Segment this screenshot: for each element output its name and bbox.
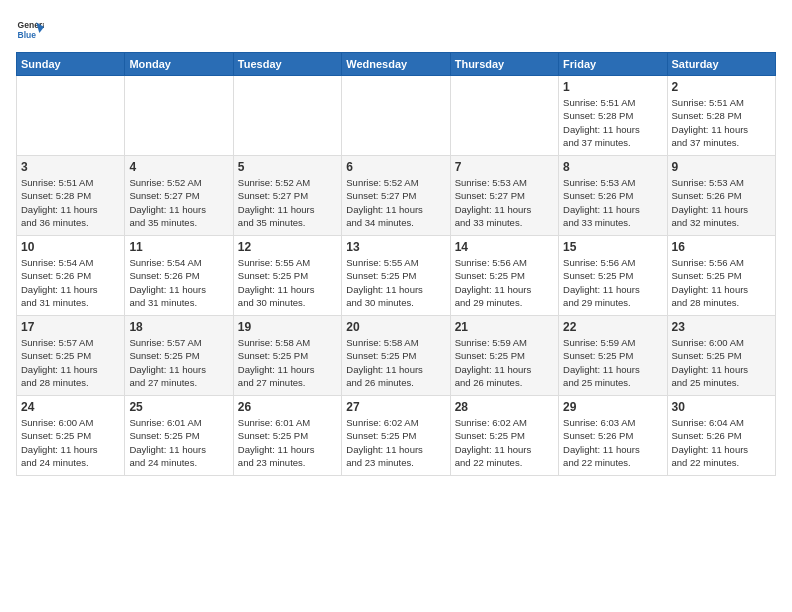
- calendar-cell: 19Sunrise: 5:58 AM Sunset: 5:25 PM Dayli…: [233, 316, 341, 396]
- day-number: 27: [346, 400, 445, 414]
- day-info: Sunrise: 5:54 AM Sunset: 5:26 PM Dayligh…: [21, 256, 120, 309]
- calendar-cell: 24Sunrise: 6:00 AM Sunset: 5:25 PM Dayli…: [17, 396, 125, 476]
- day-number: 3: [21, 160, 120, 174]
- calendar-cell: 3Sunrise: 5:51 AM Sunset: 5:28 PM Daylig…: [17, 156, 125, 236]
- day-info: Sunrise: 6:02 AM Sunset: 5:25 PM Dayligh…: [346, 416, 445, 469]
- weekday-header: Friday: [559, 53, 667, 76]
- calendar-cell: 23Sunrise: 6:00 AM Sunset: 5:25 PM Dayli…: [667, 316, 775, 396]
- calendar-cell: 20Sunrise: 5:58 AM Sunset: 5:25 PM Dayli…: [342, 316, 450, 396]
- calendar-week-row: 17Sunrise: 5:57 AM Sunset: 5:25 PM Dayli…: [17, 316, 776, 396]
- day-info: Sunrise: 5:59 AM Sunset: 5:25 PM Dayligh…: [455, 336, 554, 389]
- logo: General Blue: [16, 16, 44, 44]
- calendar-cell: 11Sunrise: 5:54 AM Sunset: 5:26 PM Dayli…: [125, 236, 233, 316]
- day-info: Sunrise: 6:00 AM Sunset: 5:25 PM Dayligh…: [21, 416, 120, 469]
- calendar-week-row: 24Sunrise: 6:00 AM Sunset: 5:25 PM Dayli…: [17, 396, 776, 476]
- calendar-cell: 27Sunrise: 6:02 AM Sunset: 5:25 PM Dayli…: [342, 396, 450, 476]
- weekday-header: Saturday: [667, 53, 775, 76]
- day-number: 21: [455, 320, 554, 334]
- day-number: 11: [129, 240, 228, 254]
- day-info: Sunrise: 5:52 AM Sunset: 5:27 PM Dayligh…: [346, 176, 445, 229]
- calendar-cell: 25Sunrise: 6:01 AM Sunset: 5:25 PM Dayli…: [125, 396, 233, 476]
- calendar-cell: 15Sunrise: 5:56 AM Sunset: 5:25 PM Dayli…: [559, 236, 667, 316]
- calendar-header: SundayMondayTuesdayWednesdayThursdayFrid…: [17, 53, 776, 76]
- day-info: Sunrise: 5:52 AM Sunset: 5:27 PM Dayligh…: [129, 176, 228, 229]
- calendar-cell: 4Sunrise: 5:52 AM Sunset: 5:27 PM Daylig…: [125, 156, 233, 236]
- calendar-table: SundayMondayTuesdayWednesdayThursdayFrid…: [16, 52, 776, 476]
- day-info: Sunrise: 6:04 AM Sunset: 5:26 PM Dayligh…: [672, 416, 771, 469]
- calendar-cell: 12Sunrise: 5:55 AM Sunset: 5:25 PM Dayli…: [233, 236, 341, 316]
- day-info: Sunrise: 5:58 AM Sunset: 5:25 PM Dayligh…: [346, 336, 445, 389]
- day-number: 2: [672, 80, 771, 94]
- day-number: 5: [238, 160, 337, 174]
- day-number: 25: [129, 400, 228, 414]
- calendar-cell: 14Sunrise: 5:56 AM Sunset: 5:25 PM Dayli…: [450, 236, 558, 316]
- day-info: Sunrise: 5:51 AM Sunset: 5:28 PM Dayligh…: [563, 96, 662, 149]
- day-info: Sunrise: 5:56 AM Sunset: 5:25 PM Dayligh…: [455, 256, 554, 309]
- day-info: Sunrise: 5:57 AM Sunset: 5:25 PM Dayligh…: [129, 336, 228, 389]
- calendar-cell: 2Sunrise: 5:51 AM Sunset: 5:28 PM Daylig…: [667, 76, 775, 156]
- day-number: 1: [563, 80, 662, 94]
- day-number: 4: [129, 160, 228, 174]
- day-info: Sunrise: 5:58 AM Sunset: 5:25 PM Dayligh…: [238, 336, 337, 389]
- weekday-header: Monday: [125, 53, 233, 76]
- day-number: 23: [672, 320, 771, 334]
- calendar-cell: 7Sunrise: 5:53 AM Sunset: 5:27 PM Daylig…: [450, 156, 558, 236]
- calendar-week-row: 10Sunrise: 5:54 AM Sunset: 5:26 PM Dayli…: [17, 236, 776, 316]
- calendar-cell: 6Sunrise: 5:52 AM Sunset: 5:27 PM Daylig…: [342, 156, 450, 236]
- day-number: 13: [346, 240, 445, 254]
- day-info: Sunrise: 6:03 AM Sunset: 5:26 PM Dayligh…: [563, 416, 662, 469]
- day-number: 19: [238, 320, 337, 334]
- day-info: Sunrise: 5:53 AM Sunset: 5:27 PM Dayligh…: [455, 176, 554, 229]
- day-number: 8: [563, 160, 662, 174]
- day-number: 28: [455, 400, 554, 414]
- calendar-cell: [450, 76, 558, 156]
- svg-text:Blue: Blue: [18, 30, 37, 40]
- day-info: Sunrise: 5:55 AM Sunset: 5:25 PM Dayligh…: [238, 256, 337, 309]
- day-info: Sunrise: 5:51 AM Sunset: 5:28 PM Dayligh…: [672, 96, 771, 149]
- logo-icon: General Blue: [16, 16, 44, 44]
- page-header: General Blue: [16, 16, 776, 44]
- calendar-cell: 29Sunrise: 6:03 AM Sunset: 5:26 PM Dayli…: [559, 396, 667, 476]
- day-info: Sunrise: 5:52 AM Sunset: 5:27 PM Dayligh…: [238, 176, 337, 229]
- day-info: Sunrise: 5:59 AM Sunset: 5:25 PM Dayligh…: [563, 336, 662, 389]
- calendar-cell: 17Sunrise: 5:57 AM Sunset: 5:25 PM Dayli…: [17, 316, 125, 396]
- calendar-cell: [125, 76, 233, 156]
- weekday-header: Thursday: [450, 53, 558, 76]
- calendar-cell: 22Sunrise: 5:59 AM Sunset: 5:25 PM Dayli…: [559, 316, 667, 396]
- day-number: 16: [672, 240, 771, 254]
- calendar-cell: 28Sunrise: 6:02 AM Sunset: 5:25 PM Dayli…: [450, 396, 558, 476]
- day-info: Sunrise: 5:54 AM Sunset: 5:26 PM Dayligh…: [129, 256, 228, 309]
- day-number: 10: [21, 240, 120, 254]
- weekday-header: Wednesday: [342, 53, 450, 76]
- day-info: Sunrise: 5:56 AM Sunset: 5:25 PM Dayligh…: [672, 256, 771, 309]
- day-number: 24: [21, 400, 120, 414]
- day-number: 17: [21, 320, 120, 334]
- calendar-week-row: 1Sunrise: 5:51 AM Sunset: 5:28 PM Daylig…: [17, 76, 776, 156]
- day-info: Sunrise: 6:02 AM Sunset: 5:25 PM Dayligh…: [455, 416, 554, 469]
- day-info: Sunrise: 5:51 AM Sunset: 5:28 PM Dayligh…: [21, 176, 120, 229]
- calendar-cell: 9Sunrise: 5:53 AM Sunset: 5:26 PM Daylig…: [667, 156, 775, 236]
- day-number: 6: [346, 160, 445, 174]
- day-info: Sunrise: 6:01 AM Sunset: 5:25 PM Dayligh…: [129, 416, 228, 469]
- calendar-cell: 30Sunrise: 6:04 AM Sunset: 5:26 PM Dayli…: [667, 396, 775, 476]
- day-number: 9: [672, 160, 771, 174]
- day-info: Sunrise: 6:01 AM Sunset: 5:25 PM Dayligh…: [238, 416, 337, 469]
- calendar-cell: [342, 76, 450, 156]
- calendar-cell: [233, 76, 341, 156]
- day-number: 12: [238, 240, 337, 254]
- calendar-cell: 5Sunrise: 5:52 AM Sunset: 5:27 PM Daylig…: [233, 156, 341, 236]
- day-number: 29: [563, 400, 662, 414]
- calendar-body: 1Sunrise: 5:51 AM Sunset: 5:28 PM Daylig…: [17, 76, 776, 476]
- day-number: 26: [238, 400, 337, 414]
- day-info: Sunrise: 5:57 AM Sunset: 5:25 PM Dayligh…: [21, 336, 120, 389]
- day-info: Sunrise: 5:53 AM Sunset: 5:26 PM Dayligh…: [672, 176, 771, 229]
- calendar-cell: [17, 76, 125, 156]
- calendar-cell: 18Sunrise: 5:57 AM Sunset: 5:25 PM Dayli…: [125, 316, 233, 396]
- day-info: Sunrise: 5:53 AM Sunset: 5:26 PM Dayligh…: [563, 176, 662, 229]
- calendar-cell: 13Sunrise: 5:55 AM Sunset: 5:25 PM Dayli…: [342, 236, 450, 316]
- day-info: Sunrise: 6:00 AM Sunset: 5:25 PM Dayligh…: [672, 336, 771, 389]
- day-number: 14: [455, 240, 554, 254]
- calendar-cell: 26Sunrise: 6:01 AM Sunset: 5:25 PM Dayli…: [233, 396, 341, 476]
- calendar-cell: 10Sunrise: 5:54 AM Sunset: 5:26 PM Dayli…: [17, 236, 125, 316]
- day-info: Sunrise: 5:56 AM Sunset: 5:25 PM Dayligh…: [563, 256, 662, 309]
